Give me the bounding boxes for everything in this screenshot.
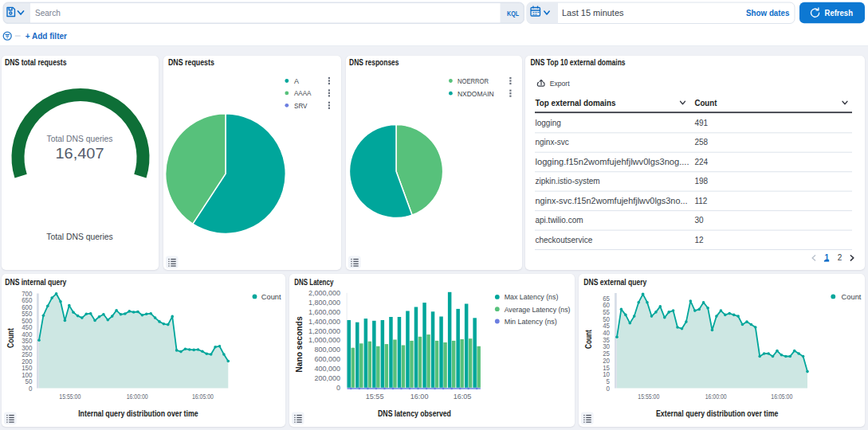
svg-text:16,407: 16,407 [56,145,104,162]
svg-text:Count: Count [694,98,717,107]
svg-text:DNS external query: DNS external query [583,278,646,287]
svg-text:Top external domains: Top external domains [536,98,616,107]
svg-text:15:55: 15:55 [366,393,384,401]
svg-text:nginx-svc: nginx-svc [536,138,569,147]
svg-text:15:55:00: 15:55:00 [59,393,81,401]
svg-text:30: 30 [694,216,704,225]
svg-text:65: 65 [603,295,610,303]
svg-text:Export: Export [550,79,570,87]
svg-text:NOERROR: NOERROR [458,76,489,84]
svg-text:0: 0 [336,384,340,392]
svg-text:Max Latency (ns): Max Latency (ns) [505,292,559,301]
svg-text:50: 50 [603,315,610,323]
svg-text:40: 40 [603,329,610,337]
svg-text:Count: Count [842,292,862,301]
svg-text:checkoutservice: checkoutservice [536,235,593,244]
svg-text:DNS total requests: DNS total requests [5,58,67,67]
svg-text:nginx-svc.f15n2womfujehfjlwv0l: nginx-svc.f15n2womfujehfjlwv0lgs3no... [536,196,688,205]
svg-text:1,200,000: 1,200,000 [308,327,340,335]
svg-text:Show dates: Show dates [746,8,790,18]
svg-text:Count: Count [6,328,15,349]
svg-text:0: 0 [607,385,610,393]
svg-text:25: 25 [603,350,610,358]
svg-text:SRV: SRV [294,100,308,109]
svg-text:16:00: 16:00 [410,393,429,401]
svg-text:Average Latency (ns): Average Latency (ns) [505,305,571,314]
svg-text:200,000: 200,000 [314,374,340,382]
svg-text:Internal query distribution ov: Internal query distribution over time [78,409,198,418]
svg-text:Total DNS queries: Total DNS queries [47,134,113,143]
svg-text:112: 112 [694,196,707,205]
svg-text:Total DNS queries: Total DNS queries [46,231,113,240]
svg-text:1,600,000: 1,600,000 [308,308,340,316]
svg-text:15: 15 [603,364,610,372]
svg-text:zipkin.istio-system: zipkin.istio-system [536,177,600,186]
svg-text:55: 55 [603,308,610,316]
svg-text:60: 60 [603,301,610,309]
svg-text:2,000,000: 2,000,000 [308,289,340,297]
svg-text:800,000: 800,000 [314,346,340,354]
svg-text:491: 491 [694,118,708,127]
svg-text:KQL: KQL [507,10,519,18]
svg-text:224: 224 [694,157,708,166]
svg-text:10: 10 [603,370,610,378]
svg-text:2: 2 [838,253,842,262]
svg-text:Nano seconds: Nano seconds [295,316,304,373]
svg-text:20: 20 [603,357,610,365]
svg-text:+ Add filter: + Add filter [26,31,68,41]
svg-text:12: 12 [694,235,704,244]
svg-text:16:05: 16:05 [454,393,472,401]
svg-text:16:05:00: 16:05:00 [771,393,792,401]
svg-text:15:55:00: 15:55:00 [638,393,659,401]
svg-text:api.twilio.com: api.twilio.com [536,216,583,225]
svg-text:45: 45 [603,322,610,330]
svg-text:Count: Count [584,330,593,350]
svg-text:logging.f15n2womfujehfjlwv0lgs: logging.f15n2womfujehfjlwv0lgs3nog.... [536,157,689,166]
svg-text:198: 198 [694,177,708,186]
svg-text:30: 30 [603,342,610,350]
svg-text:AAAA: AAAA [294,88,312,97]
svg-text:35: 35 [603,336,610,344]
svg-text:External query distribution ov: External query distribution over time [656,409,779,418]
svg-text:DNS Top 10 external domains: DNS Top 10 external domains [530,58,626,67]
svg-text:Min Latency (ns): Min Latency (ns) [505,317,557,326]
svg-text:Search: Search [35,8,61,18]
svg-text:DNS responses: DNS responses [349,58,399,67]
svg-text:5: 5 [607,377,610,385]
svg-text:Count: Count [261,292,281,301]
svg-text:400,000: 400,000 [314,365,340,373]
svg-text:NXDOMAIN: NXDOMAIN [458,88,494,97]
svg-text:16:05:00: 16:05:00 [192,393,214,401]
svg-text:Refresh: Refresh [825,8,854,18]
svg-text:logging: logging [536,118,561,127]
svg-text:700: 700 [22,290,32,298]
svg-text:DNS internal query: DNS internal query [5,278,66,287]
svg-text:258: 258 [694,138,708,147]
svg-text:1,400,000: 1,400,000 [308,318,340,326]
svg-text:1,000,000: 1,000,000 [308,336,340,344]
svg-text:DNS Latency: DNS Latency [294,278,333,287]
svg-text:600,000: 600,000 [314,355,340,363]
svg-text:16:00:00: 16:00:00 [705,393,727,401]
svg-text:1,800,000: 1,800,000 [308,299,340,307]
svg-text:Last 15 minutes: Last 15 minutes [562,8,624,18]
svg-text:DNS requests: DNS requests [168,58,214,67]
svg-text:A: A [294,76,300,84]
svg-text:DNS latency observed: DNS latency observed [378,409,451,418]
svg-text:16:00:00: 16:00:00 [127,393,148,401]
